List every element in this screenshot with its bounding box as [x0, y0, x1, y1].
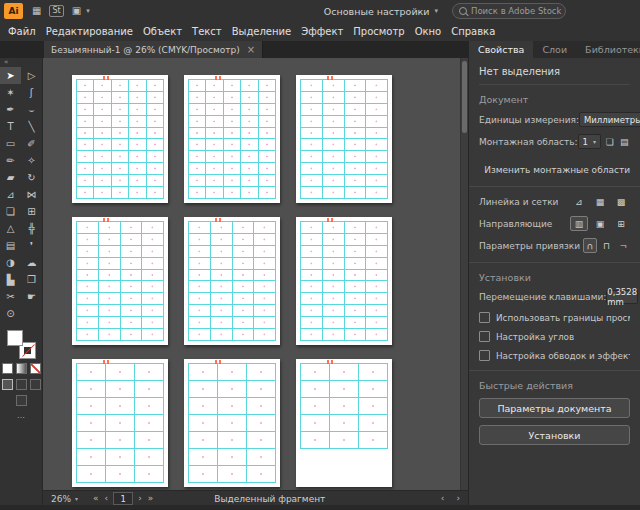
show-rulers-icon[interactable]: ⊿: [570, 194, 588, 209]
collapse-panel-icon[interactable]: «: [0, 58, 42, 67]
scroll-left-icon[interactable]: ‹: [438, 494, 448, 503]
curvature-tool[interactable]: ⌣: [21, 101, 42, 118]
menu-type[interactable]: Текст: [187, 26, 227, 37]
column-graph-tool[interactable]: ▙: [0, 271, 21, 288]
lasso-tool[interactable]: ʃ: [21, 84, 42, 101]
menu-window[interactable]: Окно: [410, 26, 447, 37]
rotate-tool[interactable]: ↻: [21, 169, 42, 186]
arrange-documents-icon[interactable]: ▣: [72, 6, 81, 16]
type-tool[interactable]: T: [0, 118, 21, 135]
line-segment-tool[interactable]: ╲: [21, 118, 42, 135]
status-display[interactable]: Выделенный фрагмент: [214, 494, 325, 504]
workspace-switcher[interactable]: Основные настройки ▾: [318, 4, 444, 19]
canvas[interactable]: [43, 58, 468, 490]
eraser-tool[interactable]: ▰: [0, 169, 21, 186]
next-artboard-button[interactable]: ›: [135, 494, 145, 503]
mesh-tool[interactable]: ╬: [21, 220, 42, 237]
tab-libraries[interactable]: Библиотеки: [576, 41, 640, 58]
artboard-tool[interactable]: ❐: [21, 271, 42, 288]
shape-builder-tool[interactable]: ⊞: [21, 203, 42, 220]
adobe-stock-search-input[interactable]: Поиск в Adobe Stock: [452, 3, 566, 19]
pencil-tool[interactable]: ✏: [0, 152, 21, 169]
width-tool[interactable]: ⋈: [21, 186, 42, 203]
snap-to-glyph-icon[interactable]: ¬: [616, 238, 630, 253]
menu-edit[interactable]: Редактирование: [41, 26, 138, 37]
scroll-right-icon[interactable]: ›: [453, 494, 463, 503]
artboard-4[interactable]: [72, 217, 168, 345]
artboard-5[interactable]: [184, 217, 280, 345]
blend-tool[interactable]: ◑: [0, 254, 21, 271]
scrollbar-thumb[interactable]: [462, 61, 467, 133]
tab-layers[interactable]: Слои: [533, 41, 576, 58]
units-dropdown[interactable]: Миллиметры ▾: [579, 112, 640, 127]
screen-mode-button[interactable]: [16, 395, 27, 406]
gradient-button[interactable]: [16, 363, 27, 374]
artboard-9[interactable]: [296, 359, 392, 487]
artboard-2[interactable]: [184, 75, 280, 203]
artboard-1[interactable]: [72, 75, 168, 203]
none-button[interactable]: [30, 363, 41, 374]
draw-behind-button[interactable]: [16, 379, 27, 390]
pen-tool[interactable]: ✒: [0, 101, 21, 118]
document-setup-button[interactable]: Параметры документа: [479, 398, 630, 418]
use-preview-bounds-checkbox[interactable]: [479, 312, 490, 323]
show-guides-icon[interactable]: ▥: [570, 216, 588, 231]
scale-corners-checkbox[interactable]: [479, 331, 490, 342]
document-tab[interactable]: Безымянный-1 @ 26% (CMYK/Просмотр) ×: [44, 41, 263, 58]
magic-wand-tool[interactable]: ✶: [0, 84, 21, 101]
first-artboard-button[interactable]: «: [90, 494, 102, 503]
last-artboard-button[interactable]: »: [145, 494, 157, 503]
adobe-stock-icon[interactable]: St: [49, 5, 63, 17]
preferences-button[interactable]: Установки: [479, 425, 630, 445]
snap-to-grid-icon[interactable]: ∩: [583, 238, 597, 253]
eyedropper-tool[interactable]: ❜: [21, 237, 42, 254]
artboard-6[interactable]: [296, 217, 392, 345]
show-grid-icon[interactable]: ▦: [591, 194, 609, 209]
transparency-grid-icon[interactable]: ▩: [612, 194, 630, 209]
snap-to-point-icon[interactable]: ⊓: [600, 238, 614, 253]
paintbrush-tool[interactable]: ✐: [21, 135, 42, 152]
menu-help[interactable]: Справка: [446, 26, 500, 37]
scale-strokes-effects-checkbox[interactable]: [479, 350, 490, 361]
menu-file[interactable]: Файл: [3, 26, 41, 37]
symbol-sprayer-tool[interactable]: ☁: [21, 254, 42, 271]
toolbar-overflow-icon[interactable]: …: [0, 411, 42, 420]
menu-effect[interactable]: Эффект: [296, 26, 348, 37]
perspective-grid-tool[interactable]: △: [0, 220, 21, 237]
draw-inside-button[interactable]: [30, 379, 41, 390]
artboard-dropdown[interactable]: 1 ▾: [578, 134, 601, 149]
artboard-number-field[interactable]: 1: [113, 492, 133, 505]
hand-tool[interactable]: ☛: [21, 288, 42, 305]
artboard-cell: [135, 398, 163, 414]
close-icon[interactable]: ×: [247, 45, 255, 55]
menu-select[interactable]: Выделение: [227, 26, 297, 37]
zoom-tool[interactable]: ⊙: [0, 305, 21, 322]
tab-properties[interactable]: Свойства: [469, 41, 533, 58]
selection-tool[interactable]: ➤: [0, 67, 21, 84]
rectangle-tool[interactable]: ▭: [0, 135, 21, 152]
fill-color-swatch[interactable]: [7, 330, 23, 346]
artboard-7[interactable]: [72, 359, 168, 487]
menu-object[interactable]: Объект: [138, 26, 187, 37]
scale-tool[interactable]: ⊿: [0, 186, 21, 203]
keyboard-increment-field[interactable]: 0,3528 mm: [606, 290, 638, 304]
vertical-scrollbar[interactable]: [460, 58, 468, 490]
artboard-options-icon[interactable]: ❏: [604, 134, 616, 149]
shaper-tool[interactable]: ✧: [21, 152, 42, 169]
artboard-list-icon[interactable]: ▤: [619, 134, 631, 149]
menu-view[interactable]: Просмотр: [348, 26, 409, 37]
artboard-8[interactable]: [184, 359, 280, 487]
home-grid-icon[interactable]: ▦: [32, 6, 41, 16]
draw-normal-button[interactable]: [2, 379, 13, 390]
edit-artboards-button[interactable]: Изменить монтажные области: [484, 165, 630, 175]
direct-selection-tool[interactable]: ▷: [21, 67, 42, 84]
free-transform-tool[interactable]: ❏: [0, 203, 21, 220]
slice-tool[interactable]: ✂: [0, 288, 21, 305]
color-button[interactable]: [2, 363, 13, 374]
zoom-level-dropdown[interactable]: 26% ▾: [51, 494, 78, 504]
previous-artboard-button[interactable]: ‹: [102, 494, 112, 503]
artboard-3[interactable]: [296, 75, 392, 203]
smart-guides-icon[interactable]: ⊞: [612, 216, 630, 231]
lock-guides-icon[interactable]: ▣: [591, 216, 609, 231]
gradient-tool[interactable]: ▤: [0, 237, 21, 254]
